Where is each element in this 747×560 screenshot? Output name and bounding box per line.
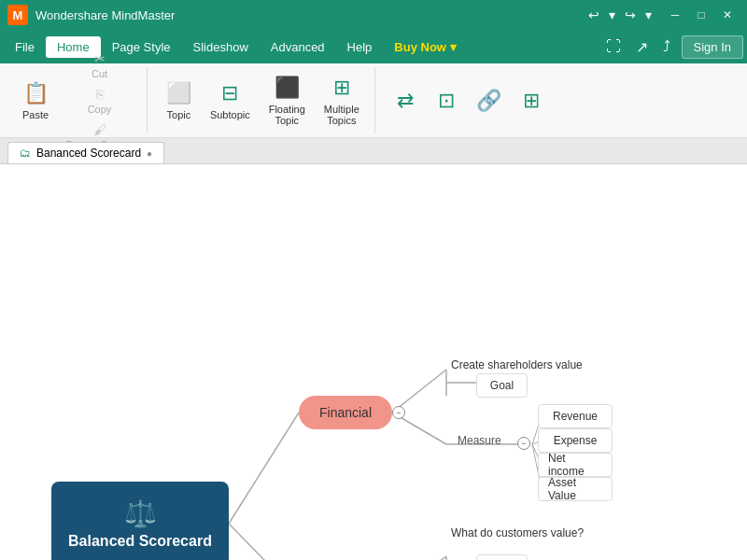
redo-dropdown[interactable]: ▾	[641, 6, 655, 24]
customer-goal-text: What do customers value?	[451, 526, 584, 539]
floating-topic-label: FloatingTopic	[269, 104, 305, 126]
copy-label: Copy	[88, 104, 112, 115]
tab-close-button[interactable]: ●	[147, 148, 152, 159]
app-title: Wondershare MindMaster	[35, 8, 577, 22]
redo-button[interactable]: ↪	[621, 6, 640, 24]
financial-goal-box[interactable]: Goal	[476, 373, 528, 398]
subtopic-icon: ⊟	[221, 81, 238, 105]
title-bar: M Wondershare MindMaster ↩ ▾ ↪ ▾ ─ □ ✕	[0, 0, 747, 30]
menu-advanced[interactable]: Advanced	[260, 36, 336, 58]
close-button[interactable]: ✕	[715, 5, 740, 25]
table-icon: ⊞	[523, 89, 540, 113]
paste-label: Paste	[22, 109, 49, 120]
multiple-topics-icon: ⊞	[333, 76, 350, 100]
document-tab[interactable]: 🗂 Bananced Scorecard ●	[7, 142, 164, 163]
tools-group: ⇄ ⊡ 🔗 ⊞	[379, 67, 557, 133]
paste-icon: 📋	[23, 81, 49, 105]
relationship-button[interactable]: ⇄	[387, 69, 424, 133]
callout-icon: ⊡	[438, 89, 455, 113]
minimize-button[interactable]: ─	[663, 5, 687, 25]
paste-button[interactable]: 📋 Paste	[15, 69, 56, 133]
tab-icon: 🗂	[20, 147, 31, 160]
mind-map-canvas: ⚖️ Balanced Scorecard Financial Create s…	[0, 164, 747, 560]
undo-redo-group: ↩ ▾ ↪ ▾	[585, 6, 655, 24]
subtopic-button[interactable]: ⊟ Subtopic	[203, 69, 258, 133]
financial-expand[interactable]	[392, 406, 405, 419]
insert-group: ⬜ Topic ⊟ Subtopic ⬛ FloatingTopic ⊞ Mul…	[151, 67, 375, 133]
cut-icon: ✂	[94, 51, 106, 66]
fullscreen-icon[interactable]: ⛶	[602, 36, 625, 57]
financial-measure-expense[interactable]: Expense	[538, 428, 613, 453]
menu-help[interactable]: Help	[336, 36, 384, 58]
topic-icon: ⬜	[166, 81, 191, 105]
customer-goal-box[interactable]: Goal	[476, 554, 528, 560]
menu-file[interactable]: File	[4, 36, 46, 58]
copy-icon: ⎘	[96, 87, 104, 102]
tab-bar: 🗂 Bananced Scorecard ●	[0, 138, 747, 164]
multiple-topics-button[interactable]: ⊞ MultipleTopics	[317, 69, 367, 133]
undo-dropdown[interactable]: ▾	[605, 6, 619, 24]
callout-button[interactable]: ⊡	[428, 69, 465, 133]
tab-label: Bananced Scorecard	[36, 147, 141, 160]
menu-icon-group: ⛶ ↗ ⤴	[602, 36, 674, 58]
format-painter-icon: 🖌	[93, 122, 106, 137]
multiple-topics-label: MultipleTopics	[324, 104, 359, 126]
floating-topic-icon: ⬛	[275, 76, 300, 100]
maximize-button[interactable]: □	[689, 5, 713, 25]
financial-goal-text: Create shareholders value	[451, 358, 583, 371]
clipboard-group: 📋 Paste ✂ Cut ⎘ Copy 🖌 Format Painter	[7, 67, 148, 133]
link-button[interactable]: 🔗	[469, 69, 509, 133]
topic-button[interactable]: ⬜ Topic	[159, 69, 199, 133]
menu-slideshow[interactable]: Slideshow	[182, 36, 260, 58]
menu-buy-now[interactable]: Buy Now ▾	[383, 36, 467, 58]
svg-line-13	[392, 556, 446, 560]
table-button[interactable]: ⊞	[513, 69, 550, 133]
subtopic-label: Subtopic	[210, 109, 250, 120]
sign-in-button[interactable]: Sign In	[682, 35, 743, 59]
financial-node[interactable]: Financial	[299, 396, 392, 429]
svg-line-1	[229, 524, 299, 560]
relationship-icon: ⇄	[397, 89, 414, 113]
financial-measure-label: Measure	[458, 434, 501, 447]
floating-topic-button[interactable]: ⬛ FloatingTopic	[261, 69, 313, 133]
central-node[interactable]: ⚖️ Balanced Scorecard	[51, 482, 229, 560]
window-controls: ─ □ ✕	[663, 5, 740, 25]
svg-line-0	[229, 413, 299, 524]
app-icon: M	[7, 5, 28, 25]
central-label: Balanced Scorecard	[68, 533, 212, 550]
central-icon: ⚖️	[124, 498, 157, 529]
cut-button[interactable]: ✂ Cut	[60, 49, 139, 81]
export-icon[interactable]: ↗	[632, 36, 652, 58]
financial-measure-revenue[interactable]: Revenue	[538, 404, 613, 428]
financial-measure-asset-value[interactable]: Asset Value	[538, 477, 613, 501]
copy-button[interactable]: ⎘ Copy	[60, 85, 139, 117]
share-icon[interactable]: ⤴	[659, 36, 674, 57]
topic-label: Topic	[167, 109, 191, 120]
undo-button[interactable]: ↩	[585, 6, 603, 24]
financial-measure-net-income[interactable]: Net income	[538, 453, 613, 477]
ribbon: 📋 Paste ✂ Cut ⎘ Copy 🖌 Format Painter ⬜ …	[0, 63, 747, 138]
financial-measure-expand[interactable]	[517, 437, 530, 450]
cut-label: Cut	[92, 68, 107, 79]
link-icon: 🔗	[476, 89, 501, 113]
